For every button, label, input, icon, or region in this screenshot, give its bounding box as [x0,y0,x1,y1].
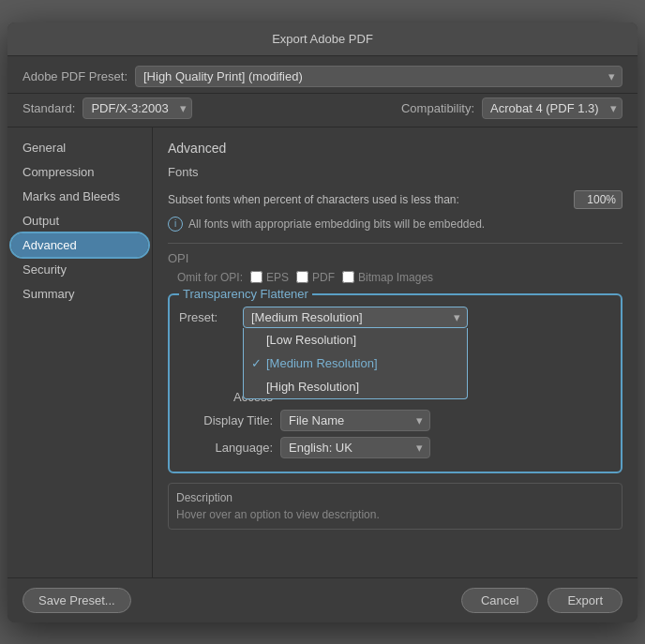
subset-percent-input[interactable] [574,190,622,209]
dropdown-item-low[interactable]: [Low Resolution] [244,328,467,352]
opi-omit-label: Omit for OPI: [177,271,243,284]
sidebar-item-marks-bleeds[interactable]: Marks and Bleeds [11,185,148,208]
opi-row: Omit for OPI: EPS PDF Bitmap Images [168,271,622,284]
footer: Save Preset... Cancel Export [8,577,638,622]
sidebar-item-advanced[interactable]: Advanced [11,233,148,257]
sidebar-item-output[interactable]: Output [11,209,148,232]
info-icon: i [168,217,183,232]
compat-group: Compatibility: Acrobat 4 (PDF 1.3) ▾ [401,97,622,119]
standard-select[interactable]: PDF/X-3:2003 [82,97,192,119]
main-body: General Compression Marks and Bleeds Out… [8,127,638,577]
sidebar-item-summary[interactable]: Summary [11,282,148,306]
preset-label: Adobe PDF Preset: [22,69,128,83]
fonts-row: Subset fonts when percent of characters … [168,187,622,213]
opi-pdf-label: PDF [312,271,335,284]
opi-bitmap-label: Bitmap Images [358,271,433,284]
dialog: Export Adobe PDF Adobe PDF Preset: [High… [8,22,638,622]
footer-right: Cancel Export [461,588,622,613]
check-icon: ✓ [251,356,262,370]
opi-bitmap-checkbox[interactable] [342,271,354,283]
preset-select[interactable]: [High Quality Print] (modified) [135,66,622,87]
description-text: Hover over an option to view description… [176,508,614,521]
save-preset-button[interactable]: Save Preset... [22,588,131,613]
opi-eps-group: EPS [250,271,289,284]
content-area: Advanced Fonts Subset fonts when percent… [153,127,638,577]
transparency-title: Transparency Flattener [179,287,312,301]
description-box: Description Hover over an option to view… [168,483,622,530]
display-title-label: Display Title: [179,413,273,427]
dropdown-item-medium[interactable]: ✓ [Medium Resolution] [244,352,467,375]
dropdown-item-high[interactable]: [High Resolution] [244,375,467,398]
opi-eps-label: EPS [266,271,289,284]
opi-section: OPI Omit for OPI: EPS PDF Bitmap Images [168,243,622,284]
opi-pdf-checkbox[interactable] [296,271,308,283]
section-title: Advanced [168,141,622,156]
std-compat-row: Standard: PDF/X-3:2003 ▾ Compatibility: … [8,94,638,127]
preset-row: Adobe PDF Preset: [High Quality Print] (… [8,56,638,94]
language-select[interactable]: English: UK English: US [280,437,430,458]
display-title-row: Display Title: File Name Document Title [179,410,611,431]
sidebar-item-compression[interactable]: Compression [11,160,148,184]
preset-select-wrapper: [High Quality Print] (modified) [135,66,622,87]
description-title: Description [176,491,614,504]
language-row: Language: English: UK English: US [179,437,611,458]
standard-group: Standard: PDF/X-3:2003 ▾ [22,97,192,119]
tf-preset-label: Preset: [179,310,235,324]
fonts-section: Fonts Subset fonts when percent of chara… [168,165,622,232]
export-button[interactable]: Export [548,588,622,613]
sidebar-item-security[interactable]: Security [11,258,148,281]
tf-select-wrapper: [Medium Resolution] [Low Resolution] ✓ [… [243,307,468,328]
compat-label: Compatibility: [401,101,474,115]
display-title-select-wrapper: File Name Document Title [280,410,430,431]
language-label: Language: [179,441,273,455]
tf-preset-row: Preset: [Medium Resolution] [Low Resolut… [179,307,611,328]
tf-preset-select[interactable]: [Medium Resolution] [243,307,468,328]
sidebar-item-general[interactable]: General [11,136,148,159]
subset-label: Subset fonts when percent of characters … [168,193,459,206]
transparency-section: Transparency Flattener Preset: [Medium R… [168,293,622,473]
title-bar: Export Adobe PDF [8,22,638,56]
dialog-title: Export Adobe PDF [272,32,373,46]
info-row: i All fonts with appropriate embedding b… [168,217,622,232]
standard-label: Standard: [22,101,75,115]
opi-bitmap-group: Bitmap Images [342,271,433,284]
info-text: All fonts with appropriate embedding bit… [188,217,485,231]
cancel-button[interactable]: Cancel [461,588,538,613]
opi-eps-checkbox[interactable] [250,271,262,283]
language-select-wrapper: English: UK English: US [280,437,430,458]
opi-pdf-group: PDF [296,271,335,284]
compat-select[interactable]: Acrobat 4 (PDF 1.3) [482,97,622,119]
opi-title: OPI [168,251,622,265]
sidebar: General Compression Marks and Bleeds Out… [8,127,153,577]
display-title-select[interactable]: File Name Document Title [280,410,430,431]
fonts-title: Fonts [168,165,622,179]
tf-dropdown: [Low Resolution] ✓ [Medium Resolution] [… [243,328,468,399]
